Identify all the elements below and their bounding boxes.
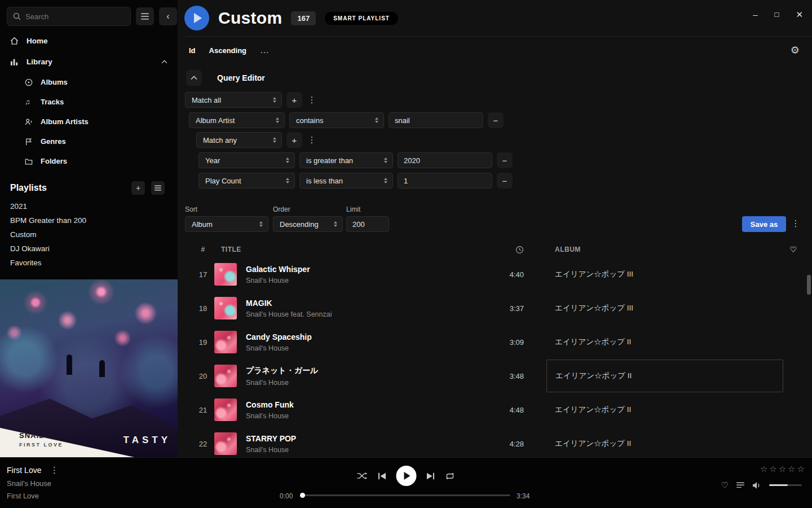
play-playlist-button[interactable] [184,6,209,30]
track-row[interactable]: 17 Galactic Whisper Snail's House 4:40 エ… [178,257,812,291]
track-album[interactable]: エイリアン☆ポップ II [546,439,783,449]
column-number[interactable]: # [192,246,214,253]
queue-button[interactable] [736,482,744,488]
track-row[interactable]: 19 Candy Spaceship Snail's House 3:09 エイ… [178,325,812,359]
track-album[interactable]: エイリアン☆ポップ III [546,303,783,313]
scrollbar-thumb[interactable] [807,275,811,295]
query-menu-button[interactable]: ⋮ [791,218,801,229]
match-group-1: Match all + ⋮ [185,92,317,108]
sidebar-item-folders[interactable]: Folders [0,151,178,171]
menu-button[interactable] [136,7,154,25]
group-menu-button[interactable]: ⋮ [307,135,317,145]
more-options-button[interactable]: … [260,45,270,55]
seek-bar[interactable] [302,494,510,496]
sidebar-item-album-artists[interactable]: Album Artists [0,112,178,132]
track-album[interactable]: エイリアン☆ポップ II [546,337,783,347]
heart-icon: ♡ [789,245,797,254]
add-rule-button[interactable]: + [286,132,302,148]
track-album[interactable]: エイリアン☆ポップ II [546,405,783,415]
elapsed-time: 0:00 [280,492,293,500]
group-menu-button[interactable]: ⋮ [307,95,317,105]
playlist-item-2021[interactable]: 2021 [0,199,178,213]
close-button[interactable]: ✕ [796,10,803,19]
search-box[interactable] [7,7,131,26]
rule-operator-select[interactable]: is less than [299,173,393,189]
column-album[interactable]: ALBUM [546,246,783,253]
sidebar-item-home[interactable]: Home [0,30,178,51]
rule-value-input[interactable] [398,173,492,189]
repeat-button[interactable] [445,472,456,480]
sidebar-item-albums[interactable]: Albums [0,72,178,92]
remove-rule-button[interactable]: − [497,173,513,189]
remove-rule-button[interactable]: − [488,112,504,128]
sidebar-toolbar: ‹ › [0,0,178,30]
star-5-button[interactable]: ☆ [797,465,805,473]
sidebar-item-library[interactable]: Library [0,51,178,72]
volume-slider[interactable] [769,484,802,486]
column-title[interactable]: TITLE [221,246,465,253]
rule-field-select[interactable]: Album Artist [189,112,285,128]
playlist-item-custom[interactable]: Custom [0,227,178,242]
track-row[interactable]: 20 プラネット・ガール Snail's House 3:48 エイリアン☆ポッ… [178,359,812,393]
sort-field-button[interactable]: Id [189,46,196,55]
play-pause-button[interactable] [396,466,417,486]
track-album-focused[interactable]: エイリアン☆ポップ II [546,360,783,392]
add-rule-button[interactable]: + [286,92,302,108]
track-row[interactable]: 22 STARRY POP Snail's House 4:28 エイリアン☆ポ… [178,427,812,457]
rule-value-input[interactable] [389,112,483,128]
now-playing-menu-button[interactable]: ⋮ [49,465,59,475]
rule-operator-select[interactable]: is greater than [299,152,393,168]
playlist-item-favorites[interactable]: Favorites [0,256,178,270]
shuffle-button[interactable] [357,472,368,480]
star-4-button[interactable]: ☆ [788,465,795,473]
volume-button[interactable] [752,481,761,489]
next-track-button[interactable] [427,472,435,480]
track-row[interactable]: 18 MAGIK Snail's House feat. Sennzai 3:3… [178,291,812,325]
remove-rule-button[interactable]: − [497,152,513,168]
column-duration[interactable] [465,246,524,254]
playlist-item-bpm[interactable]: BPM Greater than 200 [0,213,178,227]
select-arrows-icon [334,221,337,227]
shuffle-icon [357,472,368,480]
rating-stars: ☆ ☆ ☆ ☆ ☆ [760,465,805,473]
chevron-up-icon [161,60,167,64]
sort-select[interactable]: Album [185,216,268,232]
now-playing-artwork[interactable]: SNAIL'S HOUSE FIRST LOVE TASTY [0,279,178,457]
playlist-list-view-button[interactable] [151,181,165,195]
star-3-button[interactable]: ☆ [779,465,786,473]
minimize-button[interactable]: – [753,10,757,19]
maximize-button[interactable]: □ [775,11,779,18]
seek-handle[interactable] [300,493,305,498]
rule-value-input[interactable] [398,152,492,168]
app-window: ‹ › Home Library Albums ♫ Tracks Alb [0,0,812,508]
rule-field-select[interactable]: Year [198,152,295,168]
nav-back-button[interactable]: ‹ [159,7,177,25]
match-type-select[interactable]: Match any [196,132,282,148]
add-playlist-button[interactable]: + [131,181,145,195]
match-type-select[interactable]: Match all [185,92,282,108]
favorite-button[interactable]: ♡ [721,481,729,489]
search-input[interactable] [25,12,125,21]
playlist-item-dj-okawari[interactable]: DJ Okawari [0,242,178,256]
rule-field-select[interactable]: Play Count [198,173,295,189]
album-thumbnail [214,331,237,353]
star-2-button[interactable]: ☆ [769,465,776,473]
hamburger-icon [141,13,149,20]
library-label: Library [27,58,52,66]
save-as-button[interactable]: Save as [742,216,786,232]
settings-button[interactable]: ⚙ [791,44,800,56]
order-select[interactable]: Descending [273,216,343,232]
sort-direction-button[interactable]: Ascending [209,46,246,55]
track-row[interactable]: 21 Cosmo Funk Snail's House 4:48 エイリアン☆ポ… [178,393,812,427]
rule-operator-select[interactable]: contains [289,112,384,128]
star-1-button[interactable]: ☆ [760,465,767,473]
sidebar-item-genres[interactable]: Genres [0,132,178,151]
limit-input[interactable] [346,216,389,232]
select-arrows-icon [384,178,387,183]
sidebar-item-tracks[interactable]: ♫ Tracks [0,92,178,112]
column-favorite[interactable]: ♡ [783,245,804,254]
match-type-value: Match any [203,136,237,144]
previous-track-button[interactable] [378,472,386,480]
collapse-query-editor-button[interactable] [186,70,202,86]
track-album[interactable]: エイリアン☆ポップ III [546,269,783,279]
